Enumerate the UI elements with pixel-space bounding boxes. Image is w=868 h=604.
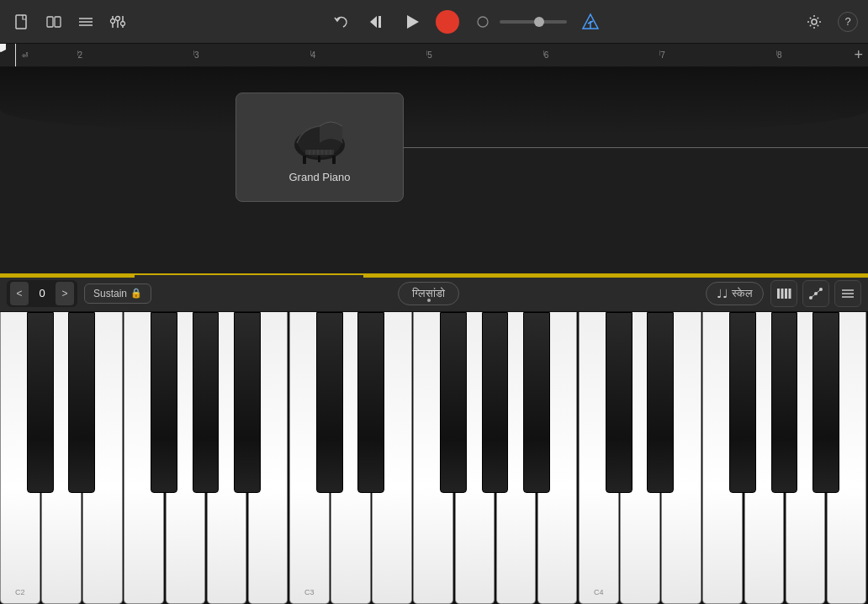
rewind-button[interactable] [365,10,389,34]
glissando-dot-indicator [427,299,431,302]
svg-rect-0 [16,15,26,29]
metronome-icon[interactable] [579,10,602,34]
track-color-1 [0,275,135,278]
arpeggio-button[interactable] [802,280,829,307]
track-color-2 [363,275,868,278]
ruler: ⏎ 2 3 4 5 6 [0,44,868,67]
octave-prev-button[interactable]: < [10,282,29,305]
black-key[interactable] [151,312,177,493]
svg-rect-31 [777,289,780,299]
svg-rect-22 [332,156,336,164]
svg-rect-1 [47,17,53,27]
mixer-icon[interactable] [106,10,130,34]
octave-value: 0 [30,282,54,305]
key-label-c4: C4 [594,588,604,596]
black-key[interactable] [68,312,95,493]
svg-point-19 [812,19,817,24]
key-label-c3: C3 [304,588,315,596]
svg-rect-34 [789,289,791,299]
svg-point-15 [478,17,488,27]
svg-rect-2 [55,17,61,27]
svg-point-11 [121,21,125,25]
notes-icon: ♩♩ [717,287,728,300]
svg-rect-32 [781,289,784,299]
key-label-c2: C2 [15,588,25,596]
keys-container: C2C3C4 [0,312,868,604]
octave-next-button[interactable]: > [56,282,74,305]
track-area: Grand Piano [0,67,868,273]
undo-icon[interactable] [330,10,353,34]
volume-min-icon [471,10,495,34]
volume-area [471,10,567,34]
track-header-bg [0,67,868,135]
loop-view-icon[interactable] [42,10,66,34]
black-key[interactable] [647,312,674,493]
black-key[interactable] [193,312,220,493]
notes-list-button[interactable] [834,280,861,307]
help-icon[interactable]: ? [838,12,858,32]
scale-label: स्केल [732,287,753,300]
svg-point-10 [116,16,120,20]
playhead-line [15,44,16,66]
black-key[interactable] [812,312,839,493]
scale-button[interactable]: ♩♩ स्केल [706,282,764,305]
tracks-icon[interactable] [74,10,98,34]
black-key[interactable] [357,312,384,493]
black-key[interactable] [482,312,509,493]
glissando-button[interactable]: ग्लिसांडो [398,282,459,305]
volume-slider[interactable] [500,20,567,24]
grand-piano-illustration [290,111,349,166]
toolbar-left [10,10,130,34]
settings-icon[interactable] [802,10,826,34]
black-key[interactable] [316,312,343,493]
playhead-flag [0,44,6,52]
octave-navigator: < 0 > [7,280,77,307]
black-key[interactable] [771,312,798,493]
black-key[interactable] [606,312,632,493]
svg-rect-13 [378,16,381,28]
chord-view-button[interactable] [770,280,797,307]
grand-piano-label: Grand Piano [289,171,351,183]
toolbar-center [330,10,602,34]
new-document-icon[interactable] [10,10,34,34]
add-track-button[interactable]: + [854,46,863,64]
black-key[interactable] [234,312,261,493]
sustain-button[interactable]: Sustain 🔒 [84,283,151,304]
svg-rect-21 [303,156,306,164]
toolbar-right: ? [802,10,858,34]
svg-marker-14 [407,15,419,29]
lock-icon: 🔒 [130,288,142,299]
black-key[interactable] [440,312,467,493]
black-key[interactable] [729,312,756,493]
keyboard-controls-bar: < 0 > Sustain 🔒 ग्लिसांडो ♩♩ स्केल [0,273,868,312]
main-toolbar: ? [0,0,868,44]
track-color-gap [135,275,363,278]
piano-keyboard: C2C3C4 [0,312,868,604]
svg-rect-23 [318,156,320,162]
glissando-label: ग्लिसांडो [412,287,445,299]
play-button[interactable] [400,10,424,34]
sustain-label: Sustain [93,288,127,299]
black-key[interactable] [523,312,550,493]
svg-marker-12 [370,16,377,28]
svg-line-38 [811,289,821,298]
record-button[interactable] [436,10,459,34]
svg-point-9 [111,19,115,23]
svg-rect-33 [785,289,787,299]
grand-piano-card[interactable]: Grand Piano [236,93,404,202]
track-line [404,147,868,148]
black-key[interactable] [27,312,54,493]
keyboard-right-buttons [770,280,861,307]
